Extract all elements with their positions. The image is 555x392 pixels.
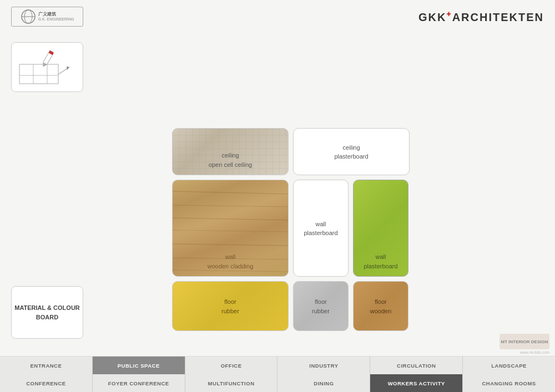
- cell-wall-plaster: wall plasterboard: [293, 180, 349, 277]
- header: 广义建筑 G.K. ENGINEERING GKK+ARCHITEKTEN: [0, 0, 555, 31]
- cell-ceiling-plaster: ceiling plasterboard: [293, 128, 410, 175]
- material-colour-board-label: MATERIAL & COLOUR BOARD: [11, 286, 83, 339]
- svg-line-16: [173, 218, 289, 220]
- company-logo-box: 广义建筑 G.K. ENGINEERING: [11, 7, 83, 27]
- cell-wall-wood: wall wooden cladding: [172, 180, 289, 277]
- nav-foyer-conference[interactable]: FOYER CONFERENCE: [93, 374, 185, 392]
- architekten-text: ARCHITEKTEN: [452, 11, 544, 23]
- nav-entrance[interactable]: ENTRANCE: [0, 357, 93, 374]
- watermark-url: www.mt-bbs.com: [520, 350, 549, 354]
- cell-floor-rubber-yellow-label: floor rubber: [173, 297, 288, 315]
- footer-nav: ENTRANCE PUBLIC SPACE OFFICE INDUSTRY CI…: [0, 356, 555, 392]
- plus-icon: +: [446, 9, 452, 18]
- nav-multifunction[interactable]: MULTIFUNCTION: [185, 374, 278, 392]
- nav-row-2: CONFERENCE FOYER CONFERENCE MULTIFUNCTIO…: [0, 374, 555, 392]
- sketch-thumbnail: [11, 42, 83, 92]
- logo-cn-text1: 广义建筑: [38, 12, 56, 17]
- svg-line-14: [173, 191, 289, 194]
- logo-area: 广义建筑 G.K. ENGINEERING: [11, 7, 83, 27]
- nav-dining[interactable]: DINING: [278, 374, 370, 392]
- wall-row: wall wooden cladding wall plasterboard w…: [172, 180, 544, 277]
- nav-circulation[interactable]: CIRCULATION: [370, 357, 463, 374]
- cell-ceiling-plaster-label: ceiling plasterboard: [294, 142, 409, 161]
- svg-marker-11: [67, 67, 69, 70]
- nav-office[interactable]: OFFICE: [185, 357, 278, 374]
- svg-line-15: [173, 205, 289, 207]
- cell-floor-rubber-yellow: floor rubber: [172, 281, 289, 331]
- sketch-svg: [17, 48, 78, 86]
- cell-floor-rubber-gray: floor rubber: [293, 281, 349, 331]
- svg-line-18: [173, 244, 289, 246]
- main-content: MATERIAL & COLOUR BOARD ceiling: [0, 31, 555, 364]
- logo-cn-text2: G.K. ENGINEERING: [38, 17, 74, 22]
- cell-wall-wood-label: wall wooden cladding: [173, 252, 288, 271]
- nav-industry[interactable]: INDUSTRY: [278, 357, 370, 374]
- watermark: MT INTERIOR DESIGN www.mt-bbs.com: [500, 334, 549, 354]
- gkk-text: GKK: [418, 11, 446, 23]
- watermark-logo: MT INTERIOR DESIGN: [500, 334, 549, 349]
- nav-landscape[interactable]: LANDSCAPE: [463, 357, 555, 374]
- cell-wall-plaster-label: wall plasterboard: [294, 219, 348, 237]
- cell-ceiling-open: ceiling open cell ceiling: [172, 128, 289, 175]
- gkk-logo: GKK+ARCHITEKTEN: [418, 9, 544, 24]
- cell-wall-green: wall plasterboard: [353, 180, 408, 277]
- cell-wall-green-label: wall plasterboard: [354, 252, 408, 271]
- material-board-panel: ceiling open cell ceiling ceiling plaste…: [167, 117, 555, 364]
- nav-conference[interactable]: CONFERENCE: [0, 374, 93, 392]
- cell-floor-wooden: floor wooden: [353, 281, 408, 331]
- cell-floor-rubber-gray-label: floor rubber: [294, 297, 348, 315]
- cell-floor-wooden-label: floor wooden: [354, 297, 408, 315]
- ceiling-row: ceiling open cell ceiling ceiling plaste…: [172, 128, 544, 175]
- logo-icon: [21, 9, 36, 24]
- nav-changing-rooms[interactable]: CHANGING ROOMS: [463, 374, 555, 392]
- nav-workers-activity[interactable]: WORKERS ACTIVITY: [370, 374, 463, 392]
- nav-row-1: ENTRANCE PUBLIC SPACE OFFICE INDUSTRY CI…: [0, 357, 555, 374]
- svg-rect-3: [19, 64, 58, 84]
- left-panel: MATERIAL & COLOUR BOARD: [0, 31, 167, 364]
- svg-line-17: [173, 230, 289, 232]
- cell-ceiling-open-label: ceiling open cell ceiling: [173, 151, 288, 169]
- svg-marker-8: [41, 63, 47, 68]
- nav-public-space[interactable]: PUBLIC SPACE: [93, 357, 185, 374]
- floor-row: floor rubber floor rubber floor wooden: [172, 281, 544, 331]
